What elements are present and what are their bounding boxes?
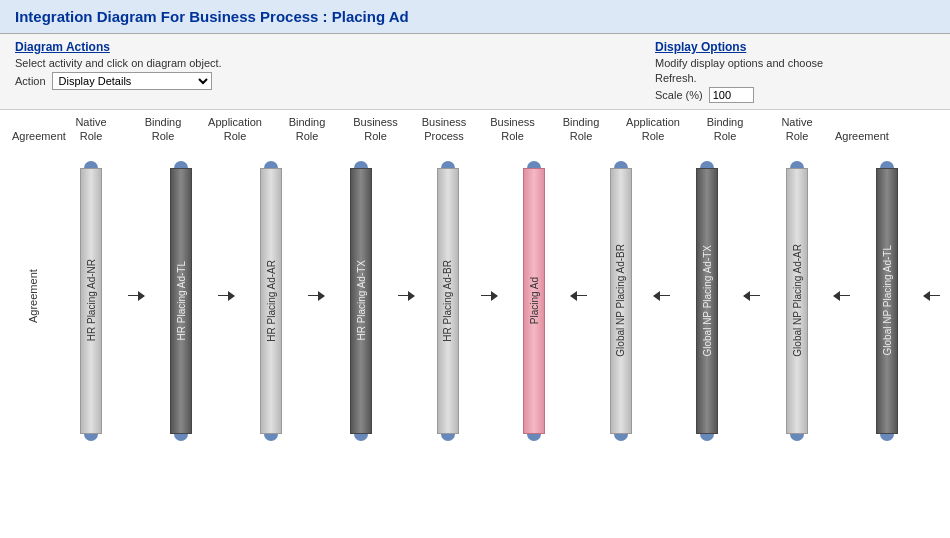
lane-binding-role-right2: Global NP Placing Ad-TL (851, 151, 923, 441)
lane-text-application-role-right: Global NP Placing Ad-AR (792, 244, 803, 357)
bar-top-cap (790, 161, 804, 168)
col-header-1: NativeRole (55, 115, 127, 144)
action-label: Action (15, 75, 46, 87)
bar-bottom-cap (264, 434, 278, 441)
arrow-line (571, 295, 587, 296)
arrow-head (138, 291, 145, 301)
lane-bar-business-role-left: HR Placing Ad-BR (437, 168, 459, 434)
bar-bottom-cap (441, 434, 455, 441)
lane-text-binding-role-right2: Global NP Placing Ad-TL (882, 245, 893, 355)
action-row: Action Display Details Show Properties N… (15, 72, 222, 90)
lane-text-application-role-left: HR Placing Ad-AR (266, 260, 277, 342)
lane-business-role-right: Global NP Placing Ad-BR (588, 151, 653, 441)
display-options-subtitle2: Refresh. (655, 72, 935, 84)
lane-bar-binding-role-right2: Global NP Placing Ad-TL (876, 168, 898, 434)
col-header-6: BusinessProcess (408, 115, 480, 144)
display-options-panel: Display Options Modify display options a… (655, 40, 935, 103)
bar-top-cap (84, 161, 98, 168)
lane-bar-business-process[interactable]: Placing Ad (523, 168, 545, 434)
arrow-head (833, 291, 840, 301)
col-header-7: BusinessRole (480, 115, 545, 144)
col-header-11: NativeRole (761, 115, 833, 144)
lanes-row: AgreementHR Placing Ad-NRHR Placing Ad-T… (10, 146, 940, 446)
arrow-right (217, 151, 235, 441)
arrow-left (653, 151, 671, 441)
lane-bar-application-role-right: Global NP Placing Ad-AR (786, 168, 808, 434)
lane-application-role-left: HR Placing Ad-AR (235, 151, 307, 441)
lane-bar-binding-role-right: Global NP Placing Ad-TX (696, 168, 718, 434)
lane-native-role-left: HR Placing Ad-NR (55, 151, 127, 441)
col-header-5: BusinessRole (343, 115, 408, 144)
arrow-left (833, 151, 851, 441)
col-header-9: ApplicationRole (617, 115, 689, 144)
bar-bottom-cap (614, 434, 628, 441)
arrow-line (308, 295, 324, 296)
diagram-area: AgreementNativeRoleBindingRoleApplicatio… (0, 110, 950, 538)
bar-bottom-cap (790, 434, 804, 441)
col-header-10: BindingRole (689, 115, 761, 144)
col-header-2: BindingRole (127, 115, 199, 144)
arrow-right (397, 151, 415, 441)
arrow-right (127, 151, 145, 441)
arrow-right (307, 151, 325, 441)
bar-top-cap (264, 161, 278, 168)
bar-bottom-cap (174, 434, 188, 441)
arrow-line (924, 295, 940, 296)
lane-text-binding-role-right: Global NP Placing Ad-TX (702, 245, 713, 357)
lane-text-binding-role-left2: HR Placing Ad-TX (356, 260, 367, 341)
bar-bottom-cap (527, 434, 541, 441)
bar-top-cap (441, 161, 455, 168)
arrow-head (228, 291, 235, 301)
bar-top-cap (614, 161, 628, 168)
col-header-12: Agreement (833, 129, 878, 143)
display-options-subtitle1: Modify display options and choose (655, 57, 935, 69)
arrow-right (480, 151, 498, 441)
diagram-actions-panel: Diagram Actions Select activity and clic… (15, 40, 222, 103)
arrow-left (570, 151, 588, 441)
col-header-3: ApplicationRole (199, 115, 271, 144)
lane-text-business-role-right: Global NP Placing Ad-BR (615, 244, 626, 357)
lane-native-role-right: Global NP Placing Ad-NR (941, 151, 950, 441)
lane-bar-business-role-right: Global NP Placing Ad-BR (610, 168, 632, 434)
bar-top-cap (174, 161, 188, 168)
lane-label-agreement-left: Agreement (27, 161, 39, 431)
diagram-actions-subtitle: Select activity and click on diagram obj… (15, 57, 222, 69)
page-wrapper: Integration Diagram For Business Process… (0, 0, 950, 538)
bar-top-cap (880, 161, 894, 168)
scale-input[interactable] (709, 87, 754, 103)
lane-bar-binding-role-left2: HR Placing Ad-TX (350, 168, 372, 434)
column-headers: AgreementNativeRoleBindingRoleApplicatio… (10, 115, 940, 144)
col-header-8: BindingRole (545, 115, 617, 144)
lane-agreement-left: Agreement (10, 151, 55, 441)
arrow-line (654, 295, 670, 296)
bar-bottom-cap (354, 434, 368, 441)
arrow-line (128, 295, 144, 296)
lane-binding-role-left2: HR Placing Ad-TX (325, 151, 397, 441)
lane-binding-role-left: HR Placing Ad-TL (145, 151, 217, 441)
action-select[interactable]: Display Details Show Properties Navigate (52, 72, 212, 90)
lane-business-process: Placing Ad (498, 151, 570, 441)
diagram-container: AgreementNativeRoleBindingRoleApplicatio… (10, 115, 940, 446)
col-header-0: Agreement (10, 129, 55, 143)
lane-text-business-process: Placing Ad (529, 277, 540, 324)
arrow-line (481, 295, 497, 296)
arrow-head (570, 291, 577, 301)
bar-top-cap (354, 161, 368, 168)
arrow-head (923, 291, 930, 301)
controls-bar: Diagram Actions Select activity and clic… (0, 34, 950, 110)
arrow-head (408, 291, 415, 301)
arrow-head (318, 291, 325, 301)
lane-business-role-left: HR Placing Ad-BR (415, 151, 480, 441)
diagram-actions-title: Diagram Actions (15, 40, 222, 54)
bar-bottom-cap (700, 434, 714, 441)
title-bar: Integration Diagram For Business Process… (0, 0, 950, 34)
lane-application-role-right: Global NP Placing Ad-AR (761, 151, 833, 441)
bar-bottom-cap (880, 434, 894, 441)
lane-bar-binding-role-left: HR Placing Ad-TL (170, 168, 192, 434)
arrow-line (744, 295, 760, 296)
arrow-head (743, 291, 750, 301)
bar-bottom-cap (84, 434, 98, 441)
arrow-line (218, 295, 234, 296)
arrow-head (491, 291, 498, 301)
bar-top-cap (527, 161, 541, 168)
